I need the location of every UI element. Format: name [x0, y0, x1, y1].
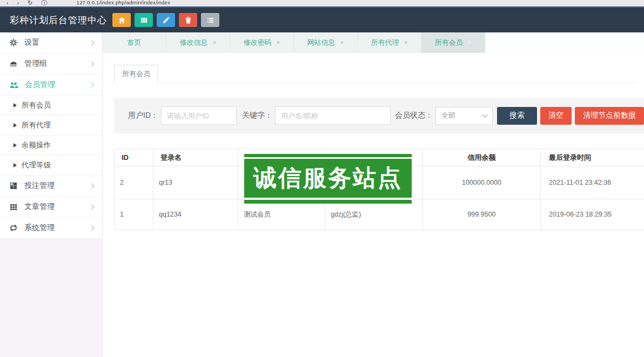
cell-credit: 100000.0000	[423, 166, 541, 199]
tab-label: 所有会员	[434, 38, 462, 48]
chevron-right-icon	[89, 82, 95, 87]
filter-bar: 用户ID： 关键字： 会员状态： 全部 搜索 清空 清理节点前数据	[114, 98, 644, 133]
group-icon	[9, 59, 18, 68]
tab-edit-info[interactable]: 修改信息 ×	[166, 32, 230, 53]
keyword-label: 关键字：	[242, 111, 272, 120]
member-status-label: 会员状态：	[395, 111, 433, 120]
refresh-loop-icon	[9, 224, 18, 232]
sidebar-subitem-label: 代理等级	[22, 160, 51, 170]
column-header-login: 登录名	[153, 149, 238, 166]
sidebar-item-label: 文章管理	[24, 202, 90, 212]
cell-credit: 999.9500	[423, 199, 541, 230]
cell-login: qr13	[153, 166, 238, 199]
sidebar-item-article-management[interactable]: 文章管理	[0, 197, 102, 218]
forward-icon[interactable]: ›	[17, 0, 19, 5]
tab-all-members[interactable]: 所有会员 ×	[421, 32, 485, 53]
sidebar-item-betting-management[interactable]: 投注管理	[0, 176, 102, 197]
tab-all-agents[interactable]: 所有代理 ×	[358, 32, 421, 53]
tab-home[interactable]: 首页	[103, 32, 166, 53]
table-row: 1 qq1234 测试会员 gdzj(总监) 999.9500 2019-06-…	[115, 199, 644, 230]
page-info-icon[interactable]: ⓘ	[42, 0, 48, 5]
chevron-right-icon	[89, 40, 95, 45]
sidebar-subitem-label: 余额操作	[22, 140, 51, 150]
caret-right-icon	[14, 123, 17, 127]
caret-right-icon	[14, 163, 17, 167]
keyword-input[interactable]	[275, 106, 391, 125]
grid-icon	[9, 203, 18, 211]
user-id-input[interactable]	[161, 106, 237, 125]
tab-change-password[interactable]: 修改密码 ×	[230, 32, 294, 53]
select-value: 全部	[441, 111, 455, 120]
tab-close-icon[interactable]: ×	[212, 39, 216, 46]
sidebar-item-agent-levels[interactable]: 代理等级	[0, 156, 102, 176]
sidebar-subitem-label: 所有会员	[22, 100, 51, 110]
sidebar-item-admin-group[interactable]: 管理组	[0, 53, 102, 75]
sidebar-item-all-agents[interactable]: 所有代理	[0, 116, 102, 136]
cell-last-login: 2021-11-01 23:42:36	[541, 166, 644, 199]
page-content: 所有会员 用户ID： 关键字： 会员状态： 全部 搜索 清空 清理节点前数据	[103, 53, 644, 357]
columns-icon	[140, 16, 148, 24]
home-button[interactable]	[112, 13, 131, 27]
tab-close-icon[interactable]: ×	[340, 39, 344, 46]
sidebar-item-label: 投注管理	[24, 181, 90, 191]
trash-icon	[184, 16, 192, 24]
clean-node-data-button[interactable]: 清理节点前数据	[575, 107, 644, 125]
sidebar-item-system-management[interactable]: 系统管理	[0, 218, 102, 239]
tab-close-icon[interactable]: ×	[276, 39, 280, 46]
checkerboard-icon	[9, 181, 18, 190]
sidebar-item-label: 会员管理	[25, 80, 90, 90]
user-id-label: 用户ID：	[128, 111, 158, 120]
tab-label: 首页	[128, 38, 142, 48]
address-url[interactable]: 127.0.0.1/index.php/admin/index/index	[77, 0, 171, 5]
delete-button[interactable]	[179, 13, 197, 27]
tab-bar-filler	[485, 32, 644, 53]
gear-icon	[9, 38, 18, 47]
search-button[interactable]: 搜索	[497, 107, 537, 125]
clear-button[interactable]: 清空	[540, 107, 572, 125]
sidebar-item-balance-operations[interactable]: 余额操作	[0, 136, 102, 156]
pencil-icon	[162, 16, 170, 24]
column-header-credit: 信用余额	[423, 149, 541, 166]
panel-tab-all-members[interactable]: 所有会员	[114, 65, 158, 83]
chevron-right-icon	[89, 204, 95, 210]
back-icon[interactable]: ‹	[6, 0, 9, 5]
home-icon	[118, 16, 126, 24]
chevron-right-icon	[89, 225, 95, 231]
chevron-right-icon	[89, 183, 95, 188]
reload-icon[interactable]: ↻	[28, 0, 32, 5]
sidebar-item-label: 管理组	[24, 59, 90, 69]
tab-close-icon[interactable]: ×	[467, 39, 471, 46]
columns-button[interactable]	[135, 13, 153, 27]
app-title: 彩种计划后台管理中心	[0, 14, 104, 26]
list-button[interactable]	[201, 13, 219, 27]
tab-label: 修改信息	[179, 38, 207, 48]
cell-nickname: 测试会员	[238, 199, 325, 230]
chevron-right-icon	[89, 61, 95, 66]
sidebar-item-label: 设置	[24, 38, 90, 48]
caret-right-icon	[14, 103, 17, 107]
tab-label: 网站信息	[307, 38, 335, 48]
tab-site-info[interactable]: 网站信息 ×	[294, 32, 358, 53]
edit-button[interactable]	[157, 13, 175, 27]
top-navbar: 彩种计划后台管理中心	[0, 6, 644, 32]
watermark-banner: 诚信服务站点	[244, 154, 412, 204]
banner-bottom-stripe	[244, 200, 412, 204]
sidebar-subitem-label: 所有代理	[22, 120, 51, 130]
caret-right-icon	[14, 143, 17, 147]
cell-login: qq1234	[153, 199, 238, 230]
column-header-id: ID	[115, 149, 153, 166]
sidebar-item-settings[interactable]: 设置	[0, 32, 102, 53]
member-status-select[interactable]: 全部	[435, 107, 493, 125]
browser-chrome: ‹ › ↻ ⓘ 127.0.0.1/index.php/admin/index/…	[0, 0, 644, 6]
sidebar-item-all-members[interactable]: 所有会员	[0, 96, 102, 116]
tab-label: 修改密码	[243, 38, 271, 48]
cell-id: 1	[115, 199, 153, 230]
list-icon	[206, 16, 214, 24]
banner-text: 诚信服务站点	[244, 159, 412, 198]
sidebar-item-member-management[interactable]: 会员管理	[0, 75, 102, 96]
tab-close-icon[interactable]: ×	[404, 39, 407, 46]
sidebar: 设置 管理组 会员管理 所有会员 所有代理 余额操作 代理等级	[0, 32, 103, 357]
chevron-down-icon	[482, 112, 488, 118]
panel-tab-bar: 所有会员	[114, 65, 638, 83]
sidebar-filler	[0, 239, 102, 357]
